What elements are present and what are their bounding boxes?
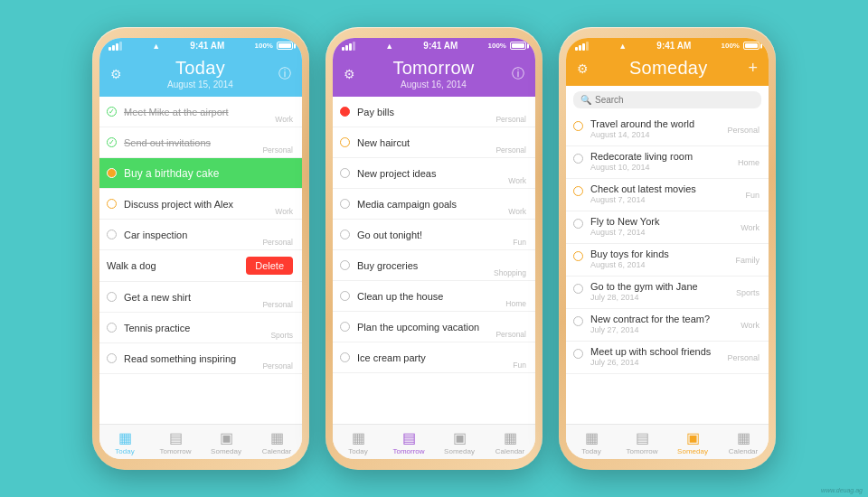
watermark: www.deuag.ag [821,487,863,493]
delete-button[interactable]: Delete [246,257,293,275]
task-item[interactable]: Clean up the house Home [333,281,535,312]
someday-item[interactable]: Buy toys for kinds August 6, 2014 Family [566,244,769,277]
task-text: Fly to New York [590,216,737,227]
info-icon[interactable]: ⓘ [278,66,291,82]
someday-item[interactable]: Redecorate living room August 10, 2014 H… [566,146,769,179]
task-date: July 27, 2014 [590,325,737,334]
task-text: Go out tonight! [357,230,526,240]
task-item[interactable]: ✓ Send out invitations Personal [99,127,302,158]
battery-label: 100% [255,42,273,50]
nav-label: Someday [677,447,708,455]
status-icons: 100% [722,42,760,50]
task-dot [573,121,583,131]
nav-label: Tomorrow [392,447,424,455]
task-content: Go to the gym with Jane July 28, 2014 [590,281,732,302]
task-dot [340,260,350,270]
someday-item[interactable]: Fly to New York August 7, 2014 Work [566,211,769,244]
task-item[interactable]: Discuss project with Alex Work [99,189,302,220]
task-item[interactable]: Read something inspiring Personal [99,343,302,374]
task-dot [107,353,117,363]
task-date: August 7, 2014 [590,195,741,204]
phone-someday: ▲ 9:41 AM 100% ⚙ Someday + 🔍 Tr [559,27,776,470]
nav-tomorrow[interactable]: ▤ Tomorrow [150,425,201,459]
nav-calendar[interactable]: ▦ Calendar [485,425,535,459]
task-dot [340,352,350,362]
task-dot [107,168,117,178]
someday-item[interactable]: Check out latest movies August 7, 2014 F… [566,179,769,211]
nav-label: Calendar [729,447,758,455]
task-item[interactable]: New haircut Personal [333,127,535,158]
task-tag: Fun [513,238,526,247]
status-bar-tomorrow: ▲ 9:41 AM 100% [333,38,535,52]
task-tag: Work [275,115,293,124]
nav-calendar[interactable]: ▦ Calendar [718,425,769,459]
nav-tomorrow[interactable]: ▤ Tomorrow [383,425,434,459]
task-item-highlighted[interactable]: Buy a birthday cake [99,158,302,189]
today-nav-icon: ▦ [118,429,132,446]
nav-label: Calendar [262,447,291,455]
nav-today[interactable]: ▦ Today [566,425,617,459]
task-content: Meet up with school friends July 26, 201… [590,346,723,367]
task-content: New contract for the team? July 27, 2014 [590,314,737,334]
phone-screen-today: ▲ 9:41 AM 100% ⚙ Today August 15, 2014 ⓘ… [99,38,302,459]
task-tag: Personal [727,126,760,135]
task-item[interactable]: Get a new shirt Personal [99,282,302,313]
bottom-nav-tomorrow: ▦ Today ▤ Tomorrow ▣ Someday ▦ Calendar [333,424,535,459]
settings-icon[interactable]: ⚙ [577,61,589,76]
tomorrow-nav-icon: ▤ [402,429,416,446]
today-task-list: ✓ Meet Mike at the airport Work ✓ Send o… [99,97,302,424]
someday-item[interactable]: Meet up with school friends July 26, 201… [566,342,769,374]
task-text: Buy toys for kinds [590,248,732,259]
task-date: August 6, 2014 [590,260,732,269]
someday-item[interactable]: Go to the gym with Jane July 28, 2014 Sp… [566,277,769,309]
task-dot [340,291,350,301]
wifi-icon: ▲ [385,42,393,51]
task-item[interactable]: Pay bills Personal [333,97,535,127]
task-item[interactable]: Buy groceries Shopping [333,250,535,281]
add-icon[interactable]: + [748,59,758,78]
task-item[interactable]: Ice cream party Fun [333,342,535,373]
tomorrow-task-list: Pay bills Personal New haircut Personal … [333,97,535,424]
phone-today: ▲ 9:41 AM 100% ⚙ Today August 15, 2014 ⓘ… [92,27,309,470]
task-tag: Work [741,223,760,232]
task-item[interactable]: New project ideas Work [333,158,535,189]
battery-icon [743,42,760,50]
tomorrow-subtitle: August 16, 2014 [392,80,474,89]
nav-label: Someday [444,447,475,455]
someday-item[interactable]: Travel around the world August 14, 2014 … [566,114,769,146]
nav-tomorrow[interactable]: ▤ Tomorrow [617,425,667,459]
wifi-icon: ▲ [618,42,627,51]
settings-icon[interactable]: ⚙ [344,67,355,81]
today-subtitle: August 15, 2014 [167,80,233,89]
search-bar[interactable]: 🔍 [573,91,761,108]
task-item[interactable]: ✓ Meet Mike at the airport Work [99,97,302,127]
nav-someday[interactable]: ▣ Someday [201,425,251,459]
nav-someday[interactable]: ▣ Someday [434,425,485,459]
info-icon[interactable]: ⓘ [512,66,524,82]
task-item[interactable]: Media campaign goals Work [333,189,535,220]
task-text: Media campaign goals [357,199,526,210]
task-item[interactable]: Plan the upcoming vacation Personal [333,312,535,342]
task-item[interactable]: Go out tonight! Fun [333,220,535,250]
calendar-nav-icon: ▦ [504,429,517,446]
nav-calendar[interactable]: ▦ Calendar [251,425,302,459]
task-tag: Personal [262,361,293,370]
nav-label: Tomorrow [626,447,657,455]
settings-icon[interactable]: ⚙ [110,67,122,81]
task-item[interactable]: Car inspection Personal [99,220,302,250]
someday-item[interactable]: New contract for the team? July 27, 2014… [566,309,769,342]
task-text: Discuss project with Alex [124,199,293,210]
task-tag: Home [505,299,526,308]
task-item[interactable]: Tennis practice Sports [99,313,302,343]
search-input[interactable] [595,95,754,105]
nav-today[interactable]: ▦ Today [99,425,150,459]
calendar-nav-icon: ▦ [737,429,750,446]
nav-someday[interactable]: ▣ Someday [667,425,718,459]
task-tag: Fun [513,361,526,370]
task-dot [107,199,117,209]
nav-today[interactable]: ▦ Today [333,425,383,459]
task-text: Clean up the house [357,291,526,302]
task-tag: Home [738,158,760,167]
status-icons: 100% [255,42,293,50]
task-item-swipe[interactable]: Walk a dog Delete [99,250,302,282]
